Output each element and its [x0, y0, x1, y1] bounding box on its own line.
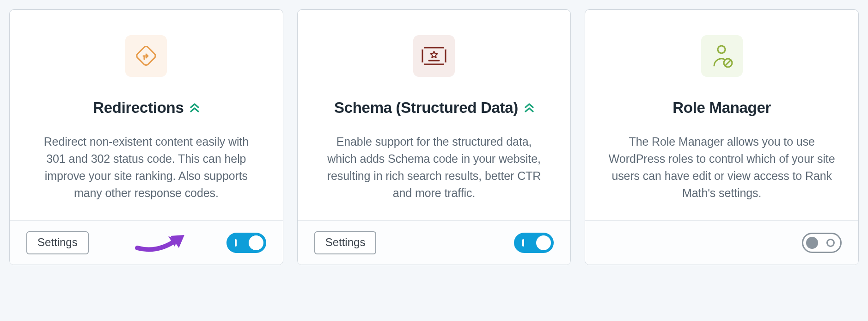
card-footer — [585, 220, 858, 265]
settings-button[interactable]: Settings — [314, 231, 377, 254]
card-title: Redirections — [93, 99, 183, 117]
svg-rect-4 — [422, 47, 424, 49]
card-footer: Settings — [298, 220, 571, 265]
schema-icon — [413, 35, 455, 77]
card-body: Schema (Structured Data) Enable support … — [298, 10, 571, 220]
module-toggle[interactable] — [514, 233, 554, 253]
card-title: Role Manager — [672, 99, 771, 117]
card-description: Redirect non-existent content easily wit… — [33, 133, 260, 202]
card-description: The Role Manager allows you to use WordP… — [608, 133, 835, 202]
svg-rect-6 — [422, 62, 424, 65]
svg-line-10 — [725, 60, 731, 66]
chevron-up-icon — [525, 103, 534, 113]
settings-button[interactable]: Settings — [26, 231, 89, 254]
card-title: Schema (Structured Data) — [334, 99, 518, 117]
role-manager-icon — [701, 35, 743, 77]
chevron-up-icon — [190, 103, 199, 113]
card-description: Enable support for the structured data, … — [321, 133, 548, 202]
svg-point-8 — [718, 46, 725, 53]
module-card-role-manager: Role Manager The Role Manager allows you… — [585, 9, 859, 265]
module-card-schema: Schema (Structured Data) Enable support … — [297, 9, 571, 265]
svg-rect-7 — [444, 62, 446, 65]
svg-rect-5 — [444, 47, 446, 49]
card-body: Role Manager The Role Manager allows you… — [585, 10, 858, 220]
module-card-redirections: Redirections Redirect non-existent conte… — [9, 9, 283, 265]
module-toggle[interactable] — [802, 233, 842, 253]
redirections-icon — [125, 35, 167, 77]
card-body: Redirections Redirect non-existent conte… — [10, 10, 283, 220]
module-toggle[interactable] — [226, 233, 266, 253]
card-footer: Settings — [10, 220, 283, 265]
